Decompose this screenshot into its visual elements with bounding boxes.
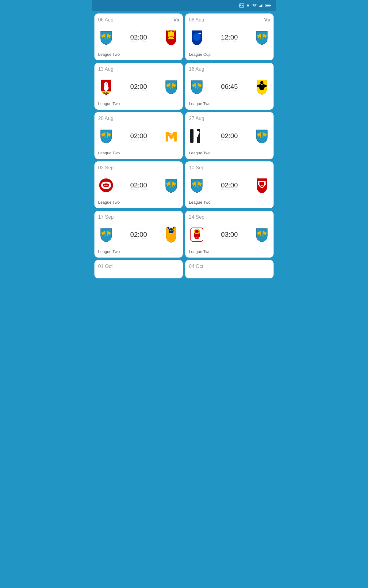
match-teams: SKY BET EFL WFC 02:00 — [98, 173, 179, 198]
match-time: 02:00 — [205, 181, 254, 189]
away-team-logo — [163, 79, 179, 95]
match-date: 16 Aug — [189, 66, 270, 72]
svg-rect-20 — [261, 32, 263, 40]
svg-rect-6 — [261, 5, 262, 7]
match-time: 02:00 — [114, 231, 163, 239]
svg-point-59 — [197, 231, 197, 232]
svg-rect-51 — [105, 229, 107, 238]
match-time: 03:00 — [205, 231, 254, 239]
svg-rect-62 — [261, 229, 263, 238]
signal-icon — [259, 4, 263, 7]
match-date: 03 Sep — [98, 165, 179, 171]
home-team-logo — [98, 128, 114, 144]
match-teams: SKY BET EFL 02:00 — [98, 25, 179, 50]
match-card-3[interactable]: 13 Aug SKY BET EFL BCAFC 02:00 — [94, 63, 183, 110]
wifi-icon — [252, 4, 257, 7]
match-time: 06:45 — [205, 83, 254, 91]
svg-rect-4 — [259, 6, 260, 7]
match-time: 02:00 — [205, 132, 254, 140]
svg-text:A: A — [247, 3, 250, 8]
svg-point-32 — [262, 82, 263, 82]
svg-point-53 — [170, 230, 171, 231]
away-team-logo — [254, 29, 270, 45]
match-card-9[interactable]: 17 Sep SKY BET EFL 02:00 — [94, 211, 183, 258]
svg-text:BCAFC: BCAFC — [103, 92, 109, 93]
match-teams: SKY BET EFL 02:00 — [98, 124, 179, 148]
home-team-logo: BCAFC — [98, 79, 114, 95]
svg-rect-38 — [190, 129, 194, 143]
away-team-logo — [254, 128, 270, 144]
match-date: 10 Sep — [189, 165, 270, 171]
svg-rect-42 — [261, 130, 263, 139]
away-team-logo: TRFC — [254, 177, 270, 193]
match-date: 01 Oct — [98, 264, 179, 269]
match-competition: League Two — [98, 101, 179, 106]
away-team-logo — [163, 177, 179, 193]
battery-icon — [265, 4, 271, 7]
match-date: 13 Aug — [98, 66, 179, 72]
svg-point-31 — [260, 81, 263, 84]
match-grid: 06 Aug Vs SKY BET EFL 02:00 — [92, 11, 276, 281]
svg-rect-34 — [105, 130, 107, 139]
match-date: 20 Aug — [98, 116, 179, 121]
home-team-logo — [189, 29, 205, 45]
match-card-12[interactable]: 04 Oct — [185, 260, 274, 278]
status-icons: A — [239, 3, 271, 8]
match-card-11[interactable]: 01 Oct — [94, 260, 183, 278]
svg-rect-46 — [171, 180, 172, 188]
match-date: 24 Sep — [189, 214, 270, 220]
svg-rect-12 — [105, 32, 107, 40]
match-card-5[interactable]: 20 Aug SKY BET EFL 02:00 — [94, 112, 183, 159]
match-competition: League Two — [189, 249, 270, 254]
match-card-8[interactable]: 10 Sep SKY BET EFL 02:00 — [185, 161, 274, 208]
match-card-2[interactable]: 08 Aug Vs SKY BET EFL 12:00 — [185, 13, 274, 60]
svg-point-18 — [199, 34, 200, 35]
match-card-10[interactable]: 24 Sep SKY BET EFL CAFC 03:00 — [185, 211, 274, 258]
svg-point-58 — [195, 230, 199, 233]
match-time: 02:00 — [114, 83, 163, 91]
a-icon: A — [246, 3, 250, 8]
match-date: 06 Aug — [98, 17, 179, 23]
match-card-7[interactable]: 03 Sep SKY BET EFL WFC 02:00 — [94, 161, 183, 208]
svg-text:DRFC: DRFC — [169, 36, 174, 37]
home-team-logo — [98, 29, 114, 45]
home-team-logo: WFC — [98, 177, 114, 193]
match-date: 27 Aug — [189, 116, 270, 121]
svg-point-40 — [197, 131, 199, 133]
svg-rect-7 — [263, 4, 263, 7]
svg-point-14 — [168, 31, 174, 39]
home-team-logo — [189, 79, 205, 95]
match-card-6[interactable]: 27 Aug SKY BET EFL 02:00 — [185, 112, 274, 159]
home-team-logo — [98, 227, 114, 243]
svg-point-3 — [254, 7, 255, 7]
svg-text:CAFC: CAFC — [194, 237, 199, 239]
match-time: 02:00 — [114, 181, 163, 189]
match-teams: SKY BET EFL BCAFC 02:00 — [98, 74, 179, 99]
match-card-1[interactable]: 06 Aug Vs SKY BET EFL 02:00 — [94, 13, 183, 60]
match-teams: SKY BET EFL 02:00 — [189, 124, 270, 148]
match-date: 04 Oct — [189, 264, 270, 269]
svg-point-23 — [106, 84, 107, 85]
match-competition: League Two — [189, 101, 270, 106]
match-teams: SKY BET EFL 06:45 — [189, 74, 270, 99]
match-competition: League Two — [98, 151, 179, 155]
match-teams: SKY BET EFL 12:00 — [189, 25, 270, 50]
away-team-logo — [163, 227, 179, 243]
away-team-logo — [254, 79, 270, 95]
svg-text:WFC: WFC — [104, 184, 109, 187]
svg-point-52 — [169, 228, 174, 234]
home-team-logo — [189, 177, 205, 193]
vs-label: Vs — [174, 17, 179, 22]
svg-rect-10 — [266, 5, 270, 6]
svg-rect-9 — [270, 5, 271, 6]
svg-rect-0 — [240, 4, 244, 7]
match-time: 12:00 — [205, 33, 254, 41]
match-competition: League Two — [98, 200, 179, 205]
match-teams: SKY BET EFL 02:00 — [189, 173, 270, 198]
match-competition: League Two — [98, 249, 179, 254]
home-team-logo: CAFC — [189, 227, 205, 243]
match-competition: League Cup — [189, 52, 270, 57]
match-card-4[interactable]: 16 Aug SKY BET EFL 06:45 — [185, 63, 274, 110]
match-competition: League Two — [189, 200, 270, 205]
match-time: 02:00 — [114, 132, 163, 140]
